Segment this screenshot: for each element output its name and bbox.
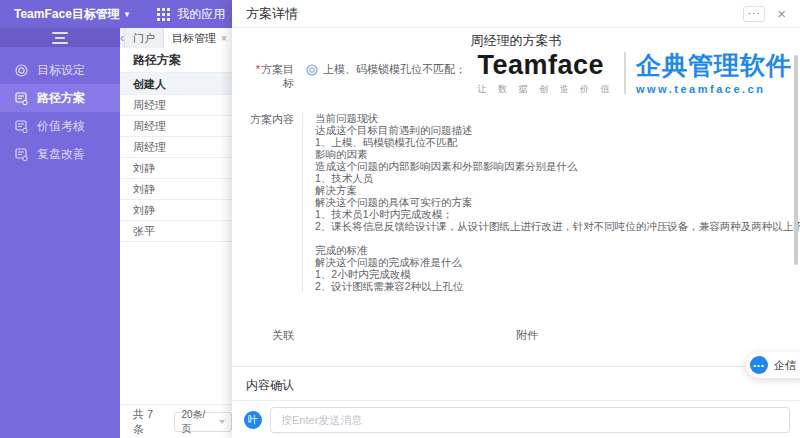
my-apps-button[interactable]: 我的应用 [177, 6, 225, 23]
sidebar-item-path-plan[interactable]: 路径方案 [0, 84, 120, 112]
table-row[interactable]: 刘静 [120, 179, 232, 200]
content-line: 1、技术人员 [315, 172, 800, 184]
content-line: 解决方案 [315, 184, 800, 196]
content-line: 影响的因素 [315, 148, 800, 160]
content-line: 解决这个问题的具体可实行的方案 [315, 196, 800, 208]
menu-collapse-icon [52, 32, 68, 44]
sidebar: 目标设定 路径方案 价值考核 复盘改善 [0, 28, 120, 438]
page-size-value: 20条/页 [181, 408, 213, 436]
comment-bar: 叶 [232, 400, 800, 438]
caret-down-icon: ▾ [125, 9, 130, 19]
apps-grid-icon[interactable] [157, 8, 170, 21]
record-list-panel: ‹ 门户 目标管理 × 路径方案 创建人 周经理周经理周经理刘静刘静刘静张平 共… [120, 28, 232, 438]
table-row[interactable]: 张平 [120, 221, 232, 242]
sidebar-item-label: 目标设定 [37, 62, 85, 79]
table-row[interactable]: 刘静 [120, 158, 232, 179]
content-field-label: 方案内容 [246, 112, 294, 126]
content-line: 完成的标准 [315, 244, 800, 256]
user-avatar: 叶 [244, 411, 262, 429]
sidebar-item-label: 复盘改善 [37, 146, 85, 163]
app-title: TeamFace目标管理 [14, 6, 120, 23]
sidebar-item-label: 路径方案 [37, 90, 85, 107]
sidebar-item-goal-setting[interactable]: 目标设定 [0, 56, 120, 84]
goal-target-icon [306, 64, 318, 76]
tab-label: 目标管理 [172, 31, 216, 46]
table-row[interactable]: 周经理 [120, 137, 232, 158]
qixin-floating-button[interactable]: ••• 企信 [746, 352, 800, 378]
tab-close-icon[interactable]: × [221, 33, 227, 44]
logo-divider [624, 52, 626, 94]
content-line: 1、上模、码模锁模孔位不匹配 [315, 136, 800, 148]
chat-bubble-icon: ••• [750, 356, 768, 374]
tab-goal-management[interactable]: 目标管理 × [163, 28, 235, 48]
relation-label: 关联 [246, 328, 294, 342]
list-title: 路径方案 [120, 48, 232, 73]
relation-attachment-row: 关联 附件 [232, 328, 800, 343]
plan-detail-drawer: 方案详情 ··· × 周经理的方案书 Teamface 让 数 据 创 造 价 … [232, 0, 800, 438]
sidebar-collapse-button[interactable] [0, 28, 120, 47]
plan-doc-icon [15, 92, 28, 105]
tab-label: 门户 [133, 31, 155, 46]
content-line: 2、课长将信息反馈给设计课，从设计图纸上进行改进，针对不同吨位的冲压设备，兼容两… [315, 220, 800, 232]
logo-wordmark: Teamface [477, 50, 614, 80]
sidebar-menu: 目标设定 路径方案 价值考核 复盘改善 [0, 56, 120, 168]
target-icon [15, 64, 28, 77]
logo-slogan: 让 数 据 创 造 价 值 [477, 83, 614, 96]
goal-field-label: *方案目标 [246, 62, 294, 90]
required-asterisk: * [256, 63, 260, 75]
assess-doc-icon [15, 120, 28, 133]
chevron-down-icon [219, 420, 225, 424]
content-line [315, 232, 800, 244]
sidebar-item-value-assessment[interactable]: 价值考核 [0, 112, 120, 140]
content-field-row: 方案内容 当前问题现状达成这个目标目前遇到的问题描述1、上模、码模锁模孔位不匹配… [232, 112, 800, 292]
table-row[interactable]: 周经理 [120, 95, 232, 116]
column-header-creator: 创建人 [120, 73, 232, 95]
message-input[interactable] [270, 407, 790, 433]
tab-portal[interactable]: 门户 [124, 28, 163, 48]
content-line: 造成这个问题的内部影响因素和外部影响因素分别是什么 [315, 160, 800, 172]
content-line: 2、设计图纸需兼容2种以上孔位 [315, 280, 800, 292]
qixin-label: 企信 [774, 358, 796, 373]
table-row[interactable]: 周经理 [120, 116, 232, 137]
tab-strip: ‹ 门户 目标管理 × [120, 28, 232, 48]
content-line: 达成这个目标目前遇到的问题描述 [315, 124, 800, 136]
page-size-select[interactable]: 20条/页 [174, 412, 232, 432]
content-line: 解决这个问题的完成标准是什么 [315, 256, 800, 268]
attachment-label: 附件 [516, 328, 538, 343]
more-actions-button[interactable]: ··· [743, 6, 765, 22]
teamface-logo: Teamface 让 数 据 创 造 价 值 企典管理软件 www.teamfa… [477, 50, 792, 96]
goal-value-text: 上模、码模锁模孔位不匹配； [323, 62, 466, 77]
record-rows: 周经理周经理周经理刘静刘静刘静张平 [120, 95, 232, 242]
total-count: 共 7 条 [133, 407, 165, 437]
plan-content-textarea[interactable]: 当前问题现状达成这个目标目前遇到的问题描述1、上模、码模锁模孔位不匹配影响的因素… [302, 112, 800, 292]
pagination-bar: 共 7 条 20条/页 [120, 404, 232, 438]
document-title: 周经理的方案书 [232, 33, 800, 48]
goal-value-link[interactable]: 上模、码模锁模孔位不匹配； [306, 62, 466, 77]
sidebar-item-label: 价值考核 [37, 118, 85, 135]
content-line: 1、2小时内完成改模 [315, 268, 800, 280]
review-doc-icon [15, 148, 28, 161]
content-line: 1、技术员1小时内完成改模； [315, 208, 800, 220]
drawer-title: 方案详情 [246, 5, 298, 23]
content-confirm-section-title: 内容确认 [232, 367, 800, 394]
vertical-scrollbar[interactable] [794, 55, 798, 265]
close-icon[interactable]: × [777, 5, 786, 22]
sidebar-item-review-improve[interactable]: 复盘改善 [0, 140, 120, 168]
drawer-header: 方案详情 ··· × [232, 0, 800, 28]
table-row[interactable]: 刘静 [120, 200, 232, 221]
logo-product-name: 企典管理软件 [636, 50, 792, 80]
logo-website: www.teamface.cn [636, 83, 792, 95]
app-switcher[interactable]: TeamFace目标管理 ▾ [14, 6, 129, 23]
content-line: 当前问题现状 [315, 112, 800, 124]
